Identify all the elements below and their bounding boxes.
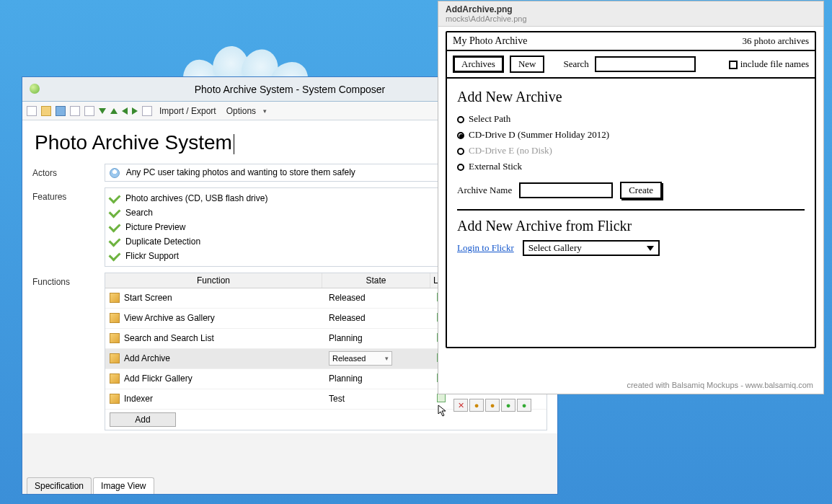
open-icon[interactable] [41, 106, 51, 116]
tab-image-view[interactable]: Image View [93, 477, 154, 494]
mockup-file-path: mocks\AddArchive.png [446, 14, 816, 23]
checkbox-icon [729, 61, 738, 69]
function-name: Search and Search List [124, 333, 329, 343]
function-icon [110, 353, 120, 363]
function-state: Planning [329, 373, 437, 384]
function-icon [110, 373, 120, 384]
radio-icon [457, 116, 464, 123]
function-state: Planning [329, 333, 437, 343]
search-label: Search [563, 58, 588, 70]
window-title: Photo Archive System - System Composer [195, 84, 386, 95]
archive-source-option[interactable]: CD-Drive D (Summer Holiday 2012) [457, 127, 805, 143]
function-state: Released [329, 313, 437, 323]
archive-source-option: CD-Drive E (no Disk) [457, 143, 805, 159]
archives-button[interactable]: Archives [453, 56, 504, 73]
check-icon [109, 234, 121, 247]
doc-icon[interactable] [142, 106, 152, 116]
row-action-buttons: ✕ ● ● ● ● [453, 399, 531, 412]
actors-label: Actors [32, 164, 105, 182]
function-icon [110, 293, 120, 303]
function-name: View Archive as Gallery [124, 313, 329, 323]
tab-specification[interactable]: Specification [27, 477, 92, 494]
mouse-cursor-icon [438, 404, 448, 417]
function-name: Add Flickr Gallery [124, 373, 329, 384]
mock-header-left: My Photo Archive [453, 35, 527, 47]
row-warn-icon[interactable]: ● [469, 399, 484, 412]
include-filenames-check[interactable]: include file names [729, 58, 809, 70]
function-icon [110, 394, 120, 404]
radio-icon [457, 132, 464, 139]
function-state: Released▾ [329, 351, 437, 366]
new-icon[interactable] [27, 106, 37, 116]
col-state[interactable]: State [322, 273, 430, 288]
function-name: Add Archive [124, 353, 329, 363]
paste-icon[interactable] [84, 106, 94, 116]
mockup-file-title: AddArchive.png [446, 4, 816, 14]
function-state: Released [329, 293, 437, 303]
add-button[interactable]: Add [110, 412, 176, 427]
menu-options[interactable]: Options [224, 106, 259, 116]
link-icon [437, 394, 446, 402]
separator [457, 209, 805, 211]
text-cursor [234, 134, 234, 154]
archive-name-input[interactable] [519, 182, 613, 198]
row-warn2-icon[interactable]: ● [485, 399, 500, 412]
check-icon [109, 220, 121, 232]
check-icon [109, 191, 121, 203]
arrow-left-icon[interactable] [122, 107, 128, 115]
col-function[interactable]: Function [105, 273, 322, 288]
function-name: Start Screen [124, 293, 329, 303]
mockup-titlebar[interactable]: AddArchive.png mocks\AddArchive.png [438, 1, 823, 27]
function-icon [110, 313, 120, 323]
archive-source-option[interactable]: Select Path [457, 111, 805, 127]
login-flickr-link[interactable]: Login to Flickr [457, 242, 514, 254]
search-input[interactable] [595, 56, 696, 72]
radio-icon [457, 148, 464, 155]
check-icon [109, 249, 121, 261]
actors-text: Any PC user taking photos and wanting to… [126, 167, 355, 177]
bottom-tabs: Specification Image View [22, 477, 156, 494]
copy-icon[interactable] [70, 106, 80, 116]
actor-icon [110, 168, 120, 178]
app-icon [30, 84, 40, 94]
chevron-down-icon [647, 246, 654, 251]
archive-name-label: Archive Name [457, 185, 512, 196]
row-ok-icon[interactable]: ● [501, 399, 515, 412]
function-icon [110, 333, 120, 343]
add-flickr-heading: Add New Archive from Flickr [457, 218, 805, 234]
function-name: Indexer [124, 394, 329, 404]
add-archive-heading: Add New Archive [457, 89, 805, 105]
archive-source-option[interactable]: External Stick [457, 159, 805, 174]
menu-import-export[interactable]: Import / Export [156, 106, 219, 116]
row-ok2-icon[interactable]: ● [517, 399, 531, 412]
function-state: Test [329, 394, 437, 404]
row-delete-icon[interactable]: ✕ [453, 399, 468, 412]
mockup-footer: created with Balsamiq Mockups - www.bals… [627, 381, 813, 389]
arrow-down-icon[interactable] [99, 108, 106, 114]
arrow-right-icon[interactable] [132, 107, 138, 115]
new-button[interactable]: New [510, 56, 545, 73]
select-gallery-dropdown[interactable]: Select Gallery [523, 240, 660, 256]
features-label: Features [32, 187, 105, 267]
mock-header-right: 36 photo archives [743, 35, 809, 47]
radio-icon [457, 164, 464, 171]
arrow-up-icon[interactable] [110, 108, 118, 114]
functions-label: Functions [32, 273, 105, 430]
check-icon [109, 205, 121, 218]
options-dropdown-icon[interactable]: ▾ [263, 107, 267, 115]
mockup-window[interactable]: AddArchive.png mocks\AddArchive.png My P… [438, 1, 824, 394]
mockup-frame: My Photo Archive 36 photo archives Archi… [446, 31, 816, 348]
state-combo[interactable]: Released▾ [329, 351, 392, 366]
create-button[interactable]: Create [620, 182, 662, 199]
save-icon[interactable] [56, 106, 66, 116]
